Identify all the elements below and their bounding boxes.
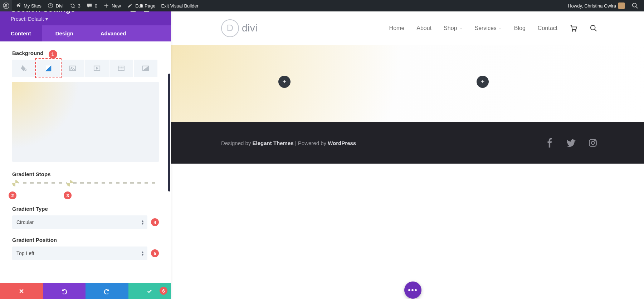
admin-sitename-label: Divi — [56, 3, 64, 9]
comment-icon — [86, 3, 93, 9]
admin-updates[interactable]: 3 — [67, 0, 83, 11]
main-nav: Home About Shop ⌄ Services ⌄ Blog Contac… — [389, 24, 597, 32]
annotation-1: 1 — [49, 50, 57, 59]
caret-down-icon: ▾ — [45, 16, 48, 22]
nav-blog[interactable]: Blog — [514, 25, 526, 31]
svg-point-22 — [591, 141, 595, 145]
gradient-type-value: Circular — [16, 219, 34, 225]
svg-point-20 — [591, 25, 595, 30]
add-module-left[interactable]: + — [278, 76, 291, 88]
stops-track-line — [16, 182, 155, 184]
nav-about[interactable]: About — [416, 25, 431, 31]
nav-home[interactable]: Home — [389, 25, 405, 31]
undo-button[interactable] — [43, 283, 86, 299]
wp-logo-menu[interactable] — [0, 0, 12, 11]
cart-icon[interactable] — [570, 24, 577, 32]
cancel-button[interactable] — [0, 283, 43, 299]
bg-tab-color[interactable] — [12, 60, 36, 77]
admin-exitvb[interactable]: Exit Visual Builder — [158, 0, 201, 11]
annotation-4: 4 — [151, 218, 159, 226]
gradient-stop-2[interactable] — [67, 180, 73, 186]
svg-point-19 — [575, 30, 576, 31]
site-footer: Designed by Elegant Themes | Powered by … — [171, 122, 644, 164]
bg-tab-pattern[interactable] — [109, 60, 133, 77]
gradient-stop-1[interactable] — [12, 180, 19, 186]
footer-sep: | Powered by — [294, 140, 328, 146]
gradient-preview — [12, 82, 159, 162]
admin-bar-right: Howdy, Christina Gwira — [565, 0, 644, 11]
bg-tab-video[interactable] — [85, 60, 109, 77]
pencil-icon — [127, 3, 133, 9]
gradient-type-label: Gradient Type — [12, 206, 159, 212]
admin-new-label: New — [112, 3, 121, 9]
admin-howdy[interactable]: Howdy, Christina Gwira — [565, 0, 626, 11]
select-caret-icon: ▴▾ — [142, 251, 144, 256]
dots-icon: ••• — [408, 286, 418, 294]
annotation-3: 3 — [64, 191, 72, 199]
gradient-stops-label: Gradient Stops — [12, 171, 159, 177]
admin-editpage-label: Edit Page — [135, 3, 155, 9]
select-caret-icon: ▴▾ — [142, 220, 144, 225]
site-preview: D divi Home About Shop ⌄ Services ⌄ Blog… — [171, 11, 644, 299]
section-settings-panel: Section Settings Preset: Default ▾ Conte… — [0, 0, 171, 299]
svg-marker-15 — [96, 67, 98, 69]
footer-brand[interactable]: Elegant Themes — [253, 140, 294, 146]
wp-admin-bar: My Sites Divi 3 0 New — [0, 0, 644, 11]
chevron-down-icon: ⌄ — [499, 26, 502, 30]
house-icon — [15, 3, 21, 9]
plus-icon — [103, 3, 109, 9]
twitter-icon[interactable] — [567, 138, 576, 148]
redo-button[interactable] — [86, 283, 128, 299]
tab-content[interactable]: Content — [0, 25, 42, 41]
admin-new[interactable]: New — [100, 0, 124, 11]
admin-search[interactable] — [629, 0, 641, 11]
chevron-down-icon: ⌄ — [459, 26, 462, 30]
admin-comments-count: 0 — [95, 3, 97, 9]
bg-tab-mask[interactable] — [134, 60, 157, 77]
svg-point-2 — [633, 3, 636, 7]
hero-section: + + — [171, 45, 644, 122]
admin-mysites[interactable]: My Sites — [12, 0, 44, 11]
annotation-5: 5 — [151, 249, 159, 257]
nav-services[interactable]: Services ⌄ — [474, 25, 502, 31]
admin-updates-count: 3 — [78, 3, 80, 9]
footer-credit: Designed by Elegant Themes | Powered by … — [221, 140, 356, 146]
preset-selector[interactable]: Preset: Default ▾ — [11, 16, 164, 22]
nav-services-label: Services — [474, 25, 496, 31]
admin-howdy-label: Howdy, Christina Gwira — [568, 3, 616, 9]
svg-point-23 — [595, 140, 595, 141]
avatar — [618, 3, 625, 9]
nav-shop-label: Shop — [444, 25, 457, 31]
admin-comments[interactable]: 0 — [83, 0, 100, 11]
footer-designed-by: Designed by — [221, 140, 253, 146]
gradient-type-select[interactable]: Circular — [12, 215, 147, 229]
updates-icon — [69, 3, 76, 9]
wordpress-icon — [3, 3, 9, 9]
logo-mark-icon: D — [221, 19, 239, 37]
facebook-icon[interactable] — [545, 138, 555, 148]
nav-shop[interactable]: Shop ⌄ — [444, 25, 462, 31]
logo-text: divi — [242, 23, 258, 34]
annotation-2: 2 — [9, 191, 16, 199]
search-icon — [632, 3, 638, 9]
admin-sitename[interactable]: Divi — [44, 0, 67, 11]
footer-platform[interactable]: WordPress — [328, 140, 356, 146]
admin-mysites-label: My Sites — [24, 3, 42, 9]
add-module-right[interactable]: + — [477, 76, 489, 88]
gradient-position-value: Top Left — [16, 250, 34, 256]
site-header: D divi Home About Shop ⌄ Services ⌄ Blog… — [171, 11, 644, 45]
panel-tabs: Content Design Advanced — [0, 25, 171, 41]
bg-tab-gradient[interactable] — [36, 60, 60, 77]
nav-contact[interactable]: Contact — [538, 25, 557, 31]
bg-tab-image[interactable] — [61, 60, 84, 77]
gradient-position-select[interactable]: Top Left — [12, 246, 147, 260]
builder-fab[interactable]: ••• — [404, 281, 421, 299]
background-type-tabs — [12, 60, 159, 77]
tab-advanced[interactable]: Advanced — [87, 25, 140, 41]
admin-editpage[interactable]: Edit Page — [124, 0, 158, 11]
site-logo[interactable]: D divi — [221, 19, 258, 37]
tab-design[interactable]: Design — [42, 25, 87, 41]
instagram-icon[interactable] — [588, 138, 597, 148]
gradient-stops-track[interactable] — [12, 181, 159, 185]
header-search-icon[interactable] — [590, 24, 597, 32]
